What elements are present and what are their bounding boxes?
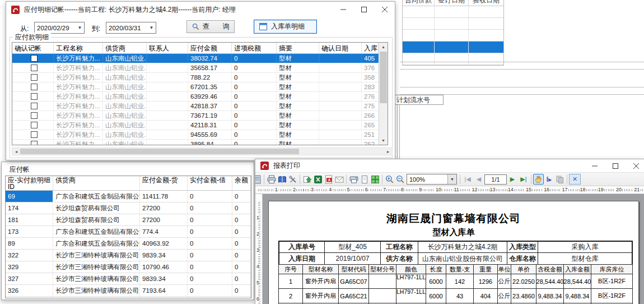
table-row[interactable]: 327 长沙市三湘特种玻璃有限公司 9839.34 0 0 — [6, 273, 251, 285]
table-row[interactable]: 长沙万科魅力... 山东南山铝业... 67201.35 0 型材 283 — [12, 82, 379, 92]
confirm-checkbox[interactable] — [31, 103, 38, 109]
confirm-checkbox[interactable] — [31, 55, 38, 62]
preview-area[interactable]: 湖南巨晟门窗幕墙有限公司 型材入库单 入库单号 型材_405 工程名称 长沙万科… — [263, 194, 644, 304]
column-header[interactable]: 余额 — [232, 176, 251, 190]
column-header[interactable]: 实付金额-借 — [188, 176, 232, 190]
confirm-checkbox[interactable] — [31, 93, 38, 100]
page-number-input[interactable]: 1/1 — [484, 174, 507, 185]
table-row[interactable]: 长沙市三湘特种玻璃有限公司 — [6, 297, 251, 298]
column-header[interactable]: 确认日期 — [319, 43, 362, 53]
column-header[interactable]: 入库 — [362, 43, 379, 53]
table-row[interactable]: 长沙万科魅力... 山东南山铝业... 38032.74 0 型材 405 — [12, 54, 379, 63]
table-row[interactable]: 173 广东合和建筑五金制品有限公司 774.4 0 0 — [6, 226, 251, 238]
table-row[interactable]: 174 长沙坦森贸易有限公司 27200 0 0 — [6, 202, 251, 214]
column-header[interactable]: 联系人 — [147, 43, 188, 53]
column-header: 签订日期 — [435, 0, 469, 6]
table-row[interactable]: 长沙万科魅力... 山东南山铝业... 94555.69 0 型材 251 — [12, 130, 379, 140]
zoom-in-icon[interactable] — [384, 174, 395, 185]
scrollbar-thumb[interactable] — [380, 52, 387, 103]
column-header[interactable]: 供货商 — [103, 43, 147, 53]
first-page-button[interactable]: |◀ — [462, 176, 473, 183]
last-page-button[interactable]: ▶| — [518, 176, 529, 183]
prev-page-button[interactable]: ◀ — [473, 176, 484, 183]
table-row[interactable]: 长沙万科魅力... 山东南山铝业... 73671.19 0 型材 266 — [12, 111, 379, 121]
close-preview-icon[interactable]: ✕ — [569, 174, 581, 185]
table-row[interactable] — [403, 53, 503, 65]
scroll-down-icon[interactable]: ▼ — [379, 136, 388, 145]
book-icon[interactable] — [277, 174, 287, 185]
maximize-button[interactable] — [353, 2, 374, 17]
table-row[interactable]: 长沙万科魅力... 山东南山铝业... 788.22 0 型材 358 — [12, 73, 379, 82]
column-header[interactable]: 摘要 — [277, 43, 319, 53]
column-header[interactable]: 应付金额-货 — [140, 176, 188, 190]
column-header[interactable]: 供货商 — [53, 176, 140, 190]
column-header[interactable]: 应-实付款明细ID — [6, 176, 53, 190]
confirm-checkbox[interactable] — [31, 141, 38, 145]
scroll-up-icon[interactable]: ▲ — [379, 43, 388, 51]
scroll-right-icon[interactable]: ▸ — [384, 148, 392, 155]
minimize-button[interactable] — [584, 158, 605, 174]
tools-icon[interactable] — [287, 174, 298, 185]
mail-icon[interactable] — [334, 174, 344, 185]
column-header[interactable]: 应付金额 — [188, 43, 232, 53]
table-row[interactable]: 329 长沙市三湘特种玻璃有限公司 10790.46 0 0 — [6, 261, 251, 273]
table-row[interactable]: 长沙万科魅力... 山东南山铝业... 42118.31 0 型材 265 — [12, 121, 379, 130]
table-row[interactable]: 89 广东合和建筑五金制品有限公司 40963.92 0 0 — [6, 238, 251, 250]
zoom-level-select[interactable]: 100% ▼ — [407, 174, 457, 185]
title-bar[interactable]: 报表打印 — [255, 159, 644, 172]
multi-page-icon[interactable] — [370, 174, 380, 185]
column-header[interactable]: 进项税额 — [232, 43, 277, 53]
pdf-export-icon[interactable] — [323, 174, 334, 185]
confirm-checkbox[interactable] — [31, 74, 38, 81]
scroll-left-icon[interactable]: ◂ — [12, 148, 20, 155]
table-row[interactable]: 326 长沙市三湘特种玻璃有限公司 7193.64 0 0 — [6, 285, 251, 297]
horizontal-scrollbar[interactable]: ◂ ▸ — [12, 148, 393, 155]
vertical-scrollbar[interactable]: ▲ ▼ — [379, 43, 388, 145]
table-row[interactable]: 长沙万科魅力... 山东南山铝业... 3895.84 0 型材 252 — [12, 140, 379, 145]
hand-tool-icon[interactable] — [533, 174, 544, 185]
column-header: 重量 — [474, 265, 498, 274]
to-date-select[interactable]: 2020/03/31 ▼ — [106, 22, 156, 34]
from-date-select[interactable]: 2020/02/29 ▼ — [34, 22, 85, 34]
query-button[interactable]: 查 询 — [186, 20, 235, 33]
table-row[interactable]: 长沙万科魅力... 山东南山铝业... 42818.37 0 型材 275 — [12, 102, 379, 111]
confirm-checkbox[interactable] — [31, 122, 38, 128]
scrollbar-thumb[interactable] — [20, 149, 299, 154]
confirm-checkbox[interactable] — [31, 65, 38, 71]
column-header[interactable]: 工程名称 — [54, 43, 103, 53]
table-row[interactable]: 322 长沙市三湘特种玻璃有限公司 9839.34 0 0 — [6, 250, 251, 261]
print-icon[interactable] — [266, 174, 277, 185]
table-row[interactable] — [403, 6, 503, 18]
next-page-button[interactable]: ▶ — [507, 176, 518, 183]
single-page-icon[interactable] — [359, 174, 370, 185]
export-icon[interactable] — [302, 174, 312, 185]
document-icon[interactable] — [255, 174, 262, 185]
copy-page-icon[interactable] — [554, 174, 565, 185]
excel-export-icon[interactable] — [312, 174, 323, 185]
column-header: 型材代码 — [339, 265, 369, 274]
inbound-detail-button[interactable]: 入库单明细 — [254, 20, 317, 34]
close-button[interactable] — [626, 158, 644, 174]
table-row[interactable]: 长沙万科魅力... 山东南山铝业... 35658.17 0 型材 376 — [12, 63, 379, 73]
title-bar[interactable]: 应付明细记帐------当前工程: 长沙万科魅力之城4.2期------当前用户… — [6, 2, 395, 17]
table-row-selected[interactable] — [403, 42, 503, 53]
column-header[interactable]: 确认记帐 — [12, 43, 54, 53]
table-row[interactable] — [403, 30, 503, 42]
background-contract-table: 合同价款 签订日期 验收日期 — [402, 0, 504, 66]
text-select-tool-icon[interactable]: I▸ — [544, 176, 554, 183]
plan-serial-field[interactable]: 计划流水号 — [392, 95, 444, 105]
close-button[interactable] — [374, 2, 395, 17]
print-setup-icon[interactable] — [348, 174, 359, 185]
maximize-button[interactable] — [605, 158, 626, 174]
zoom-out-icon[interactable] — [395, 174, 405, 185]
table-row[interactable]: 69 广东合和建筑五金制品有限公司 11411.78 0 0 — [6, 191, 251, 202]
confirm-checkbox[interactable] — [31, 84, 38, 90]
table-row[interactable] — [403, 18, 503, 30]
confirm-checkbox[interactable] — [31, 112, 38, 119]
table-row[interactable]: 181 长沙坦森贸易有限公司 27200 0 0 — [6, 214, 251, 226]
confirm-checkbox[interactable] — [31, 131, 38, 138]
minimize-button[interactable] — [333, 2, 353, 17]
table-row[interactable]: 长沙万科魅力... 山东南山铝业... 63929.46 0 型材 276 — [12, 92, 379, 102]
zoom-level-value: 100% — [407, 176, 447, 183]
separator — [531, 174, 531, 184]
